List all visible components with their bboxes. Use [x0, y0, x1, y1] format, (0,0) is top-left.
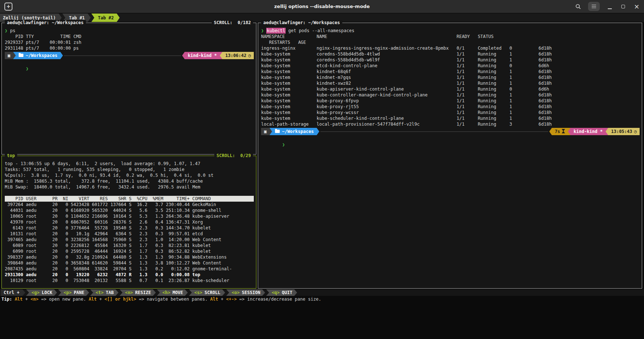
scroll-indicator: SCROLL: 0/182 [212, 20, 253, 26]
kubectl-header-row: NAMESPACENAMEREADYSTATUS [261, 34, 640, 39]
powerline-arrow [317, 128, 319, 135]
terminal-line: Tasks: 537 total, 1 running, 535 sleepin… [5, 167, 254, 172]
keybind-key: <s> [195, 290, 203, 295]
keybind-label: RESIZE [135, 290, 151, 295]
process-row: 2931148pts/700:00:00ps [5, 45, 254, 51]
command-line: ❯kubectlget pods --all-namespaces [261, 28, 640, 34]
scroll-indicator: SCROLL: 0/29 [214, 153, 253, 159]
tip-segment: Alt [88, 297, 97, 302]
keybind-label: PANE [74, 290, 84, 295]
terminal-line: MiB Mem : 15865.3 total, 372.8 free, 111… [5, 178, 254, 184]
cwd-label: ~/Workspaces [282, 129, 314, 134]
kube-context-segment: kind-kind * [185, 52, 219, 59]
pane-shell-ps[interactable]: aedu@clawfinger: ~/Workspaces SCROLL: 0/… [1, 23, 256, 155]
command-duration-segment: 7s [552, 128, 568, 135]
pod-row: local-path-storagelocal-path-provisioner… [261, 121, 640, 127]
top-rows: 397264aedu2005423428601772137664S16.23.7… [5, 202, 254, 283]
process-row: 43970root20068670526031628376S2.60.4136:… [5, 219, 254, 225]
tip-segment: + [97, 297, 105, 302]
menu-icon[interactable] [588, 2, 600, 11]
keybind-hints: <g>LOCK <p>PANE <t>TAB <n>RESIZE <h>MOVE… [26, 289, 298, 296]
keybind-hint: <p>PANE [58, 289, 89, 296]
process-row: 2931300aedu2001922062324872R1.30.00:00.0… [5, 272, 254, 278]
keybind-hint: <o>SESSION [226, 289, 265, 296]
prompt-ruler-line [320, 132, 548, 132]
time-label: 13:05:43 [611, 129, 632, 134]
plus-icon: + [7, 3, 10, 10]
keybind-key: <h> [162, 290, 170, 295]
hourglass-icon [562, 129, 565, 134]
prompt-symbol: ❯ [261, 28, 264, 34]
tip-segment: Tip: [1, 297, 15, 302]
time-segment: 13:06:42◷ [222, 52, 254, 59]
process-row: 10131root20010.1g429646364S2.30.399:57.0… [5, 231, 254, 237]
powerline-arrow [60, 52, 63, 59]
ctrl-prefix: Ctrl + [1, 289, 25, 296]
ps-header-row: PIDTTYTIMECMD [5, 34, 254, 39]
powerline-arrow [13, 52, 16, 59]
new-tab-button[interactable]: + [4, 3, 12, 11]
maximize-button[interactable] [619, 2, 627, 11]
terminal-line: top - 13:06:55 up 6 days, 6:11, 2 users,… [5, 161, 254, 167]
keybind-label: QUIT [282, 290, 293, 295]
pod-row: kube-systemkube-proxy-wcssr1/1Running16d… [261, 110, 640, 115]
keybind-hint: <s>SCROLL [189, 289, 225, 296]
pod-row: kube-systemkube-scheduler-kind-control-p… [261, 115, 640, 121]
prompt-ruler-line [64, 56, 181, 56]
tip-segment: => navigate between panes. [136, 297, 210, 302]
pane-title: top [5, 153, 17, 159]
terminal-line: %Cpu(s): 3.8 us, 1.7 sy, 0.0 ni, 93.4 id… [5, 172, 254, 178]
keybind-hint: <n>RESIZE [120, 289, 156, 296]
empty-prompt-line: ❯ [5, 60, 254, 77]
keybind-key: <o> [232, 290, 240, 295]
pod-row: kube-systemcoredns-558bd4d5db-4tlwd1/1Ru… [261, 51, 640, 57]
pod-row: kube-systemkube-proxy-rjt551/1Running16d… [261, 104, 640, 110]
tip-segment: + [23, 297, 31, 302]
process-row: 397264aedu2005423428601772137664S16.23.7… [5, 202, 254, 207]
tip-segment: <+-> [226, 297, 237, 302]
process-row: 2929337pts/700:00:01zsh [5, 39, 254, 45]
window-title: zellij options --disable-mouse-mode [0, 4, 644, 9]
tip-segment: <[] or hjkl> [105, 297, 136, 302]
tip-segment: => open new pane. [38, 297, 88, 302]
powerline-arrow [270, 128, 272, 135]
search-icon[interactable] [575, 2, 582, 11]
kubectl-header-row-wrapped: RESTARTSAGE [261, 39, 640, 45]
command-text: ps [10, 28, 15, 34]
keybind-label: SESSION [242, 290, 260, 295]
pane-shell-kubectl[interactable]: aedu@clawfinger: ~/Workspaces ❯kubectlge… [258, 23, 642, 289]
pod-row: kube-systemkube-proxy-6fpvp1/1Running16d… [261, 98, 640, 104]
pod-row: kube-systemetcd-kind-control-plane1/1Run… [261, 63, 640, 69]
keybind-key: <p> [64, 290, 72, 295]
powerline-arrow [568, 128, 570, 135]
pod-row: kube-systemkindnet-m7gqs1/1Running16d18h [261, 75, 640, 80]
minimize-button[interactable] [606, 2, 613, 11]
folder-icon [275, 129, 280, 134]
tab[interactable]: Tab #2 [91, 14, 120, 22]
keybind-label: SCROLL [204, 290, 220, 295]
keybind-key: <g> [31, 290, 39, 295]
prompt-statusline: ▣ ~/Workspaces 7s kind-kind * 13:05:43◷ [261, 128, 640, 135]
process-row: 6143root20037764645572819540S2.30.3144:3… [5, 225, 254, 231]
process-row: 44031aedu200616892056532044024S5.63.5251… [5, 207, 254, 213]
pod-row: kube-systemcoredns-558bd4d5db-w6l9f1/1Ru… [261, 57, 640, 63]
workspace: aedu@clawfinger: ~/Workspaces SCROLL: 0/… [0, 22, 644, 289]
pod-row: kube-systemkindnet-68q6f1/1Running16d18h [261, 69, 640, 75]
pane-title: aedu@clawfinger: ~/Workspaces [261, 20, 342, 26]
close-button[interactable]: × [633, 2, 640, 11]
process-row: 398640aedu200365834861462059844S1.33.810… [5, 260, 254, 266]
highlighted-command: kubectl [266, 28, 286, 34]
prompt-symbol: ❯ [282, 142, 285, 147]
os-icon: ▣ [5, 52, 13, 59]
tip-segment: + [218, 297, 226, 302]
powerline-arrow [182, 52, 185, 59]
time-segment: 13:05:43◷ [608, 128, 640, 135]
ps-rows: 2929337pts/700:00:01zsh 2931148pts/700:0… [5, 39, 254, 51]
tip-segment: <n> [31, 297, 39, 302]
keybind-key: <n> [125, 290, 133, 295]
pane-top[interactable]: top SCROLL: 0/29 top - 13:06:55 up 6 day… [1, 156, 256, 289]
time-label: 13:06:42 [225, 53, 246, 58]
pod-row: kube-systemkindnet-xwz821/1Running16d18h [261, 80, 640, 86]
kube-context-segment: kind-kind * [570, 128, 605, 135]
keybind-status-bar: Ctrl + <g>LOCK <p>PANE <t>TAB <n>RESIZE … [0, 289, 644, 296]
